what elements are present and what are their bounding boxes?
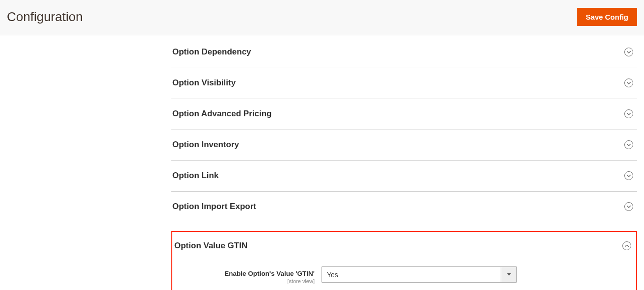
section-option-dependency[interactable]: Option Dependency — [171, 35, 637, 68]
chevron-down-icon — [624, 79, 633, 87]
select-wrap: Yes — [322, 266, 517, 283]
chevron-down-icon — [624, 202, 633, 211]
chevron-down-icon — [624, 171, 633, 180]
section-title: Option Dependency — [172, 47, 251, 57]
section-option-visibility[interactable]: Option Visibility — [171, 68, 637, 99]
chevron-down-icon — [624, 48, 633, 56]
section-title: Option Link — [172, 171, 218, 181]
enable-gtin-select[interactable]: Yes — [322, 266, 517, 283]
content-area: Option Dependency Option Visibility Opti… — [0, 35, 644, 290]
section-option-link[interactable]: Option Link — [171, 161, 637, 192]
save-config-button[interactable]: Save Config — [577, 8, 637, 26]
section-option-import-export[interactable]: Option Import Export — [171, 192, 637, 222]
section-title: Option Visibility — [172, 78, 236, 88]
chevron-down-icon — [624, 109, 633, 118]
chevron-up-icon — [622, 241, 631, 250]
section-option-advanced-pricing[interactable]: Option Advanced Pricing — [171, 99, 637, 130]
field-label-wrap: Enable Option's Value 'GTIN' [store view… — [174, 266, 322, 284]
section-title: Option Value GTIN — [174, 241, 247, 251]
page-header: Configuration Save Config — [0, 0, 644, 35]
field-enable-gtin: Enable Option's Value 'GTIN' [store view… — [173, 264, 635, 284]
section-option-value-gtin[interactable]: Option Value GTIN — [173, 239, 635, 264]
chevron-down-icon — [624, 140, 633, 149]
field-control: Yes — [322, 266, 517, 283]
page-title: Configuration — [7, 9, 83, 25]
section-title: Option Inventory — [172, 140, 239, 150]
section-option-inventory[interactable]: Option Inventory — [171, 130, 637, 161]
section-title: Option Import Export — [172, 202, 256, 211]
field-label: Enable Option's Value 'GTIN' — [224, 270, 315, 277]
highlighted-section-box: Option Value GTIN Enable Option's Value … — [171, 231, 637, 290]
section-title: Option Advanced Pricing — [172, 109, 271, 119]
field-scope: [store view] — [174, 278, 315, 284]
sections-list: Option Dependency Option Visibility Opti… — [171, 35, 637, 290]
